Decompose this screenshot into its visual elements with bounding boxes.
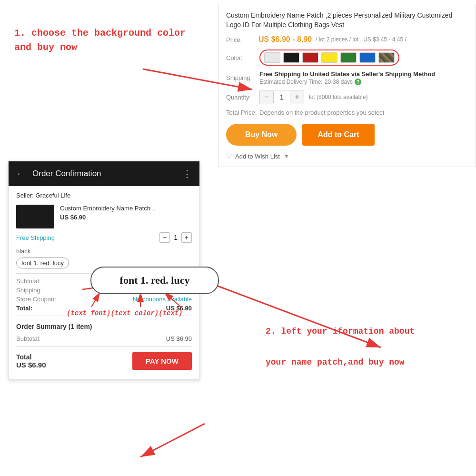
- order-header: ← Order Confirmation ⋮: [9, 161, 199, 186]
- wish-list-label[interactable]: Add to Wish List: [235, 153, 280, 160]
- custom-text-row: font 1. red. lucy: [16, 258, 192, 268]
- swatch-yellow[interactable]: [321, 52, 337, 63]
- shipping-detail: Free Shipping to United States via Selle…: [259, 70, 468, 85]
- shipping-label: Shipping:: [226, 74, 259, 81]
- step2-annotation: 2. left your iformation aboutyour name p…: [266, 324, 415, 370]
- color-swatches: [259, 50, 399, 66]
- summary-divider: [16, 346, 192, 347]
- total-label: Total:: [16, 305, 32, 312]
- summary-subtotal-value: US $6.90: [166, 335, 192, 342]
- summary-subtotal-label: Subtotal:: [16, 335, 40, 342]
- action-buttons: Buy Now Add to Cart: [226, 124, 468, 146]
- product-info: Custom Embroidery Name Patch ,. US $6.90: [60, 205, 156, 221]
- shipping-sub: Estimated Delivery Time: 20-38 days ?: [259, 79, 468, 85]
- total-value: US $6.90: [166, 305, 192, 312]
- back-arrow-button[interactable]: ←: [16, 169, 25, 179]
- divider-1: [16, 273, 192, 274]
- order-summary-title: Order Summary (1 item): [16, 323, 192, 330]
- color-label: Color:: [226, 54, 259, 61]
- shipping-days: 20-38 days: [325, 79, 353, 85]
- qty-decrease-button[interactable]: −: [260, 90, 273, 104]
- free-shipping-label: Free Shipping: [16, 234, 156, 241]
- total-price-row: Total Price: Depends on the product prop…: [226, 109, 468, 116]
- wish-dropdown-icon[interactable]: ▼: [284, 153, 289, 159]
- pay-total-label: Total: [16, 353, 46, 361]
- summary-subtotal-row: Subtotal: US $6.90: [16, 335, 192, 342]
- qty-value-left: 1: [174, 234, 178, 241]
- coupon-row: Store Coupon: No coupons available: [16, 296, 192, 303]
- qty-value: 1: [273, 91, 290, 103]
- shipping-cost-label: Shipping:: [16, 287, 42, 294]
- total-price-value: Depends on the product properties you se…: [259, 109, 384, 116]
- quantity-row: Quantity: − 1 + lot (8000 lots available…: [226, 90, 468, 104]
- qty-available: lot (8000 lots available): [309, 94, 367, 100]
- product-name: Custom Embroidery Name Patch ,.: [60, 205, 156, 212]
- subtotal-row: Subtotal: US $6.90: [16, 278, 192, 285]
- shipping-row: Shipping: Free Shipping to United States…: [226, 70, 468, 85]
- color-row: Color:: [226, 50, 468, 66]
- qty-box: − 1 +: [259, 90, 304, 104]
- swatch-black[interactable]: [283, 52, 299, 63]
- shipping-qty-row: Free Shipping − 1 +: [16, 232, 192, 243]
- coupon-value[interactable]: No coupons available: [133, 296, 192, 303]
- coupon-label: Store Coupon:: [16, 296, 56, 303]
- product-row: Custom Embroidery Name Patch ,. US $6.90: [16, 205, 192, 228]
- step1-annotation: 1. choose the background colorand buy no…: [14, 26, 186, 55]
- total-row: Total: US $6.90: [16, 305, 192, 312]
- shipping-cost-value: US $0.00: [166, 287, 192, 294]
- pay-total: Total US $6.90: [16, 353, 46, 369]
- wish-list-row: ♡ Add to Wish List ▼: [226, 152, 468, 160]
- qty-increase-button[interactable]: +: [290, 90, 304, 104]
- shipping-sub-label: Estimated Delivery Time:: [259, 79, 323, 85]
- svg-line-6: [217, 286, 381, 347]
- pay-row: Total US $6.90 PAY NOW: [16, 352, 192, 374]
- swatch-green[interactable]: [340, 52, 357, 63]
- order-summary-section: Order Summary (1 item) Subtotal: US $6.9…: [16, 323, 192, 374]
- shipping-main: Free Shipping to United States via Selle…: [259, 70, 468, 78]
- total-price-label: Total Price:: [226, 109, 259, 116]
- custom-text-oval: font 1. red. lucy: [16, 258, 69, 268]
- swatch-red[interactable]: [302, 52, 318, 63]
- left-order-panel: ← Order Confirmation ⋮ Seller: Graceful …: [8, 161, 200, 380]
- order-title: Order Confirmation: [32, 169, 175, 178]
- price-sub: / lot 2 pieces / lot , US $3.45 - 4.45 /: [316, 36, 407, 43]
- product-price: US $6.90: [60, 214, 156, 221]
- swatch-blue[interactable]: [359, 52, 376, 63]
- quantity-control: − 1 + lot (8000 lots available): [259, 90, 367, 104]
- buy-now-button[interactable]: Buy Now: [226, 124, 297, 146]
- subtotal-value: US $6.90: [166, 278, 192, 285]
- add-to-cart-button[interactable]: Add to Cart: [302, 124, 374, 146]
- order-body: Seller: Graceful Life Custom Embroidery …: [9, 186, 199, 379]
- qty-control: − 1 +: [159, 232, 192, 243]
- divider-2: [16, 316, 192, 316]
- price-label: Price:: [226, 36, 255, 43]
- seller-info: Seller: Graceful Life: [16, 192, 192, 199]
- swatch-white[interactable]: [264, 52, 280, 63]
- subtotal-label: Subtotal:: [16, 278, 40, 285]
- svg-line-7: [140, 424, 205, 457]
- help-icon[interactable]: ?: [355, 79, 361, 85]
- qty-plus-button[interactable]: +: [181, 232, 192, 243]
- color-label-left: black: [16, 248, 192, 255]
- price-value: US $6.90 - 8.90: [258, 35, 312, 44]
- shipping-cost-row: Shipping: US $0.00: [16, 287, 192, 294]
- quantity-label: Quantity:: [226, 94, 259, 101]
- more-options-button[interactable]: ⋮: [182, 168, 192, 179]
- heart-icon: ♡: [226, 152, 232, 160]
- pay-total-amount: US $6.90: [16, 361, 46, 369]
- product-title: Custom Embroidery Name Patch ,2 pieces P…: [226, 11, 468, 30]
- pay-now-button[interactable]: PAY NOW: [132, 352, 192, 370]
- price-row: Price: US $6.90 - 8.90 / lot 2 pieces / …: [226, 35, 468, 44]
- product-thumbnail: [16, 205, 54, 228]
- right-product-panel: Custom Embroidery Name Patch ,2 pieces P…: [218, 4, 476, 167]
- swatch-camo[interactable]: [378, 52, 395, 63]
- qty-minus-button[interactable]: −: [159, 232, 170, 243]
